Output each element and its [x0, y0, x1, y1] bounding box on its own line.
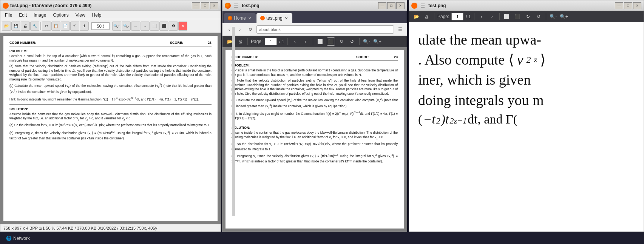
print-btn[interactable]: 🖨 — [21, 22, 30, 31]
tab-home[interactable]: Home ✕ — [224, 13, 256, 23]
irfanview-menu-bar: File Edit Image Options View Help — [0, 11, 221, 19]
cut-btn[interactable]: ✂ — [42, 22, 51, 31]
zoomed-doc-area: ulate the mean upwa- . Also compute ⟨v2z… — [409, 22, 644, 232]
zoomed-pdf-print-btn[interactable]: 🖨 — [423, 12, 431, 21]
pdf-print-btn[interactable]: 🖨 — [236, 37, 244, 46]
close-icon: ✕ — [213, 4, 216, 8]
menu-image[interactable]: Image — [31, 12, 49, 19]
irfanview-page-content: CODE NUMBER: SCORE: 23 PROBLEM: Consider… — [3, 36, 218, 221]
firefox-close-btn[interactable]: ✕ — [396, 2, 405, 9]
nav-forward-btn[interactable]: › — [235, 25, 244, 34]
menu-file[interactable]: File — [2, 12, 15, 19]
ff-problem-b: (b) Calculate the mean upward speed ⟨vz⟩… — [232, 97, 398, 110]
zoomed-pdf-rotate2-btn[interactable]: ↺ — [534, 12, 543, 21]
doc-divider — [9, 104, 212, 105]
zoomed-app-icon — [411, 3, 417, 9]
menu-edit[interactable]: Edit — [16, 12, 30, 19]
zoomed-minimize-btn[interactable]: — — [615, 2, 623, 9]
zoomed-close-btn[interactable]: ✕ — [633, 2, 641, 9]
menu-help[interactable]: Help — [89, 12, 105, 19]
zoomed-line-2: . Also compute ⟨v2z⟩ — [418, 50, 635, 70]
close-icon: ✕ — [636, 4, 639, 8]
pdf-rotate-btn[interactable]: ↻ — [337, 37, 346, 46]
zoomed-pdf-fit-width-btn[interactable]: ⬛ — [513, 12, 522, 21]
zoomed-line-4: doing integrals you m — [418, 90, 635, 110]
score-label: SCORE: 23 — [170, 40, 212, 45]
settings-btn[interactable]: ⚙ — [169, 22, 178, 31]
prev-btn[interactable]: ← — [131, 22, 140, 31]
address-bar[interactable]: about:blank — [256, 25, 394, 34]
copy2-btn[interactable]: ⬛ — [159, 22, 168, 31]
info-btn[interactable]: ℹ — [80, 22, 89, 31]
pdf-next-btn[interactable]: › — [301, 37, 310, 46]
zoomed-pdf-next-btn[interactable]: › — [488, 12, 496, 21]
zoomed-pdf-sep2 — [474, 13, 474, 20]
irfanview-toolbar: 📂 💾 🖨 🔧 ✂ 📋 📄 ↶ ℹ 50.( 🔍+ 🔍- ← → ⬜ ⬛ ⚙ ✕ — [0, 19, 221, 33]
zoomed-page-content: ulate the mean upwa- . Also compute ⟨v2z… — [409, 22, 644, 232]
zoom-in-btn[interactable]: 🔍+ — [112, 22, 121, 31]
fit-btn[interactable]: ⬜ — [150, 22, 159, 31]
paste-btn[interactable]: 📄 — [61, 22, 70, 31]
pdf-zoom-out-btn[interactable]: 🔍- — [363, 37, 371, 46]
undo-btn[interactable]: ↶ — [70, 22, 79, 31]
menu-options[interactable]: Options — [50, 12, 71, 19]
open-btn[interactable]: 📂 — [2, 22, 11, 31]
irfanview-close-btn[interactable]: ✕ — [210, 2, 218, 9]
zoomed-pdf-zoom-out-btn[interactable]: 🔍- — [549, 12, 558, 21]
pdf-zoom-in-btn[interactable]: 🔍+ — [373, 37, 381, 46]
maximize-icon: □ — [204, 4, 206, 8]
tab-home-icon — [228, 16, 232, 20]
properties-btn[interactable]: 🔧 — [30, 22, 39, 31]
nav-refresh-btn[interactable]: ↺ — [246, 25, 255, 34]
pdf-page-total: / 1 — [279, 39, 284, 44]
zoomed-dt-text: dt, and Γ( — [468, 110, 517, 128]
tab-file-icon — [260, 16, 265, 20]
irfanview-status-bar: 758 x 997 x 4 BPP 1/1 50 % 57.44 KB / 37… — [0, 224, 221, 232]
zoomed-pdf-toolbar: 📂 🖨 Page: / 1 ‹ › ⬜ ⬛ ↻ ↺ 🔍- 🔍+ — [409, 11, 644, 22]
next-btn[interactable]: → — [141, 22, 150, 31]
pdf-page-label: Page: — [251, 39, 263, 44]
pdf-sep2 — [287, 38, 288, 45]
irfanview-minimize-btn[interactable]: — — [192, 2, 200, 9]
pdf-rotate2-btn[interactable]: ↺ — [348, 37, 356, 46]
taskbar-network[interactable]: 🌐 Network — [3, 234, 33, 242]
firefox-tab-bar: Home ✕ test.png ✕ — [222, 11, 407, 23]
ff-solution-intro: Assume inside the container that the gas… — [232, 131, 398, 141]
menu-view[interactable]: View — [73, 12, 88, 19]
zoom-out-btn[interactable]: 🔍- — [122, 22, 131, 31]
pdf-fit-width-btn[interactable]: ⬛ — [327, 37, 335, 46]
zoomed-title-bar: ☰ test.png — □ ✕ — [409, 0, 644, 11]
hint-text: Hint: In doing integrals you might remem… — [9, 97, 212, 102]
zoomed-pdf-rotate-btn[interactable]: ↻ — [524, 12, 532, 21]
zoomed-hamburger-icon[interactable]: ☰ — [419, 3, 427, 9]
tab-file-close[interactable]: ✕ — [284, 16, 289, 20]
zoomed-math-v2z-sup: 2 — [526, 54, 531, 66]
zoomed-maximize-btn[interactable]: □ — [624, 2, 632, 9]
firefox-hamburger-icon[interactable]: ☰ — [232, 3, 240, 9]
zoomed-pdf-zoom-in-btn[interactable]: 🔍+ — [560, 12, 568, 21]
zoomed-exp-2z-1: 2z−1 — [450, 115, 467, 127]
pdf-page-input[interactable] — [265, 38, 277, 45]
zoomed-pdf-fit-page-btn[interactable]: ⬜ — [503, 12, 511, 21]
tab-file[interactable]: test.png ✕ — [256, 13, 292, 23]
firefox-minimize-btn[interactable]: — — [378, 2, 386, 9]
copy-btn[interactable]: 📋 — [51, 22, 60, 31]
zoomed-pdf-open-btn[interactable]: 📂 — [412, 12, 420, 21]
taskbar: 🌐 Network — [0, 232, 644, 244]
pdf-fit-page-btn[interactable]: ⬜ — [316, 37, 324, 46]
firefox-maximize-btn[interactable]: □ — [387, 2, 395, 9]
zoom-value[interactable]: 50.( — [91, 22, 110, 30]
nav-menu-btn[interactable]: ☰ — [395, 25, 405, 34]
firefox-title: test.png — [242, 3, 377, 8]
tab-home-close[interactable]: ✕ — [247, 16, 252, 20]
zoomed-pdf-page-input[interactable] — [451, 13, 463, 20]
pdf-prev-btn[interactable]: ‹ — [291, 37, 299, 46]
ff-solution-a: (a) So the distribution for vz > 0 is: (… — [232, 142, 398, 152]
save-btn[interactable]: 💾 — [11, 22, 20, 31]
minimize-icon: — — [381, 4, 384, 8]
close-icon: ✕ — [399, 4, 402, 8]
red-btn[interactable]: ✕ — [178, 22, 187, 31]
zoomed-pdf-prev-btn[interactable]: ‹ — [477, 12, 486, 21]
maximize-icon: □ — [390, 4, 392, 8]
irfanview-maximize-btn[interactable]: □ — [201, 2, 209, 9]
